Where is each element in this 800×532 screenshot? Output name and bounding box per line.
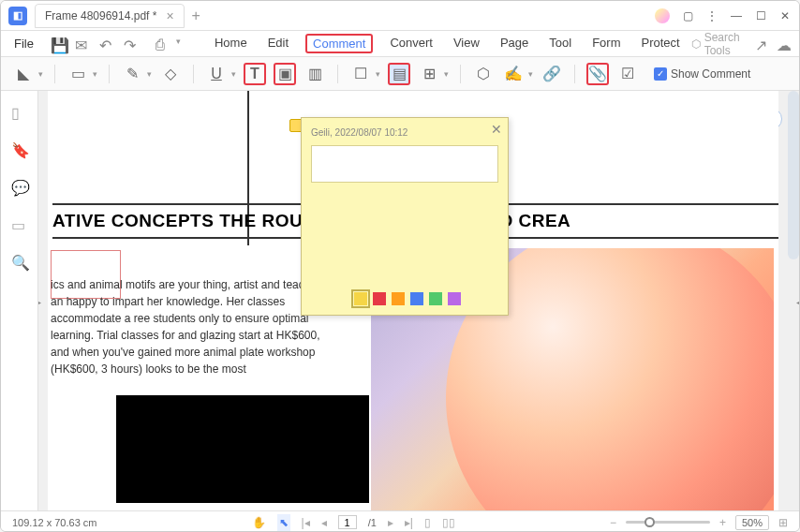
note-text-input[interactable] [311, 145, 498, 183]
hand-tool-icon[interactable]: ✋ [252, 516, 266, 529]
stamp-tool[interactable]: ⬡ [472, 63, 495, 85]
note-timestamp: 2022/08/07 10:12 [335, 127, 408, 138]
tab-comment[interactable]: Comment [305, 34, 373, 53]
black-rectangle [116, 395, 369, 503]
note-tool[interactable]: ▭ [67, 63, 89, 85]
tab-home[interactable]: Home [211, 34, 251, 53]
undo-icon[interactable]: ↶ [99, 37, 114, 52]
checkbox-tool[interactable]: ☑ [616, 63, 639, 85]
tab-form[interactable]: Form [588, 34, 624, 53]
print-icon[interactable]: ⎙ [156, 37, 170, 52]
close-window-icon[interactable]: ✕ [778, 9, 792, 22]
callout-tool[interactable]: ▥ [304, 63, 326, 85]
prev-page-icon[interactable]: ◂ [321, 516, 327, 529]
page-total: /1 [368, 517, 377, 528]
underline-tool[interactable]: U [205, 63, 228, 85]
more-icon[interactable]: ⋮ [705, 9, 719, 22]
note-color-swatch[interactable] [373, 292, 386, 305]
attachment-tool[interactable]: 📎 [586, 63, 609, 85]
zoom-out-icon[interactable]: − [610, 516, 616, 529]
note-color-swatch[interactable] [410, 292, 423, 305]
minimize-icon[interactable]: — [730, 9, 743, 22]
expand-right-handle[interactable]: ◂ [796, 297, 799, 307]
comments-panel-icon[interactable]: 💬 [11, 179, 28, 196]
redo-icon[interactable]: ↷ [124, 37, 139, 52]
select-tool-icon[interactable]: ⬉ [277, 514, 290, 531]
file-menu[interactable]: File [8, 35, 39, 52]
attachments-panel-icon[interactable]: ▭ [11, 216, 28, 233]
search-placeholder: Search Tools [704, 31, 746, 57]
page-dimensions: 109.12 x 70.63 cm [12, 517, 97, 528]
zoom-percent[interactable]: 50% [735, 515, 769, 530]
first-page-icon[interactable]: |◂ [302, 516, 310, 529]
show-comment-label: Show Comment [671, 67, 750, 81]
save-icon[interactable]: 💾 [51, 37, 66, 52]
scrollbar[interactable] [788, 91, 799, 259]
note-color-swatch[interactable] [448, 292, 461, 305]
tab-filename: Frame 48096914.pdf * [45, 9, 156, 22]
text-tool[interactable]: T [244, 63, 266, 85]
zoom-slider[interactable] [626, 521, 710, 524]
next-page-icon[interactable]: ▸ [388, 516, 393, 529]
note-author: Geili, [311, 127, 333, 138]
single-page-icon[interactable]: ▯ [424, 516, 431, 529]
tab-convert[interactable]: Convert [386, 34, 437, 53]
fit-page-icon[interactable]: ⊞ [778, 516, 788, 529]
note-popup: ✕ Geili, 2022/08/07 10:12 [301, 117, 509, 316]
maximize-icon[interactable]: ☐ [754, 9, 767, 22]
two-page-icon[interactable]: ▯▯ [442, 516, 455, 529]
body-text: ics and animal motifs are your thing, ar… [51, 276, 341, 377]
signature-tool[interactable]: ✍ [502, 63, 525, 85]
profile-icon[interactable] [655, 8, 670, 23]
notification-icon[interactable]: ▢ [681, 9, 694, 22]
tab-protect[interactable]: Protect [637, 34, 683, 53]
tab-page[interactable]: Page [496, 34, 532, 53]
mail-icon[interactable]: ✉ [75, 37, 90, 52]
cloud-icon[interactable]: ☁ [777, 37, 792, 52]
tab-edit[interactable]: Edit [264, 34, 292, 53]
search-panel-icon[interactable]: 🔍 [11, 254, 28, 271]
last-page-icon[interactable]: ▸| [405, 516, 413, 529]
search-tools[interactable]: ⬡ Search Tools [691, 31, 746, 57]
note-color-swatch[interactable] [392, 292, 405, 305]
note-color-swatch[interactable] [354, 292, 367, 305]
highlight-tool[interactable]: ◣ [12, 63, 35, 85]
document-tab[interactable]: Frame 48096914.pdf * × [35, 4, 185, 28]
eraser-tool[interactable]: ◇ [159, 63, 182, 85]
zoom-in-icon[interactable]: + [719, 516, 726, 529]
close-tab-icon[interactable]: × [166, 8, 173, 23]
popup-close-icon[interactable]: ✕ [491, 122, 502, 137]
tab-tool[interactable]: Tool [545, 34, 575, 53]
bookmarks-icon[interactable]: 🔖 [11, 141, 28, 158]
rectangle-tool[interactable]: ☐ [349, 63, 372, 85]
new-tab-button[interactable]: + [192, 7, 200, 24]
textbox-tool[interactable]: ▣ [274, 63, 296, 85]
note-color-swatch[interactable] [429, 292, 442, 305]
expand-left-handle[interactable]: ▸ [38, 297, 41, 307]
app-logo-icon: ◧ [8, 7, 27, 25]
measure-tool[interactable]: ⊞ [418, 63, 440, 85]
share-icon[interactable]: ↗ [755, 37, 767, 52]
page-number-input[interactable] [338, 515, 357, 529]
pencil-tool[interactable]: ✎ [121, 63, 143, 85]
link-tool[interactable]: 🔗 [541, 63, 563, 85]
thumbnails-icon[interactable]: ▯ [11, 104, 28, 121]
sticky-note-tool[interactable]: ▤ [388, 63, 410, 85]
search-icon: ⬡ [691, 37, 701, 51]
show-comment-checkbox[interactable]: ✓ [654, 67, 667, 81]
tab-view[interactable]: View [450, 34, 483, 53]
